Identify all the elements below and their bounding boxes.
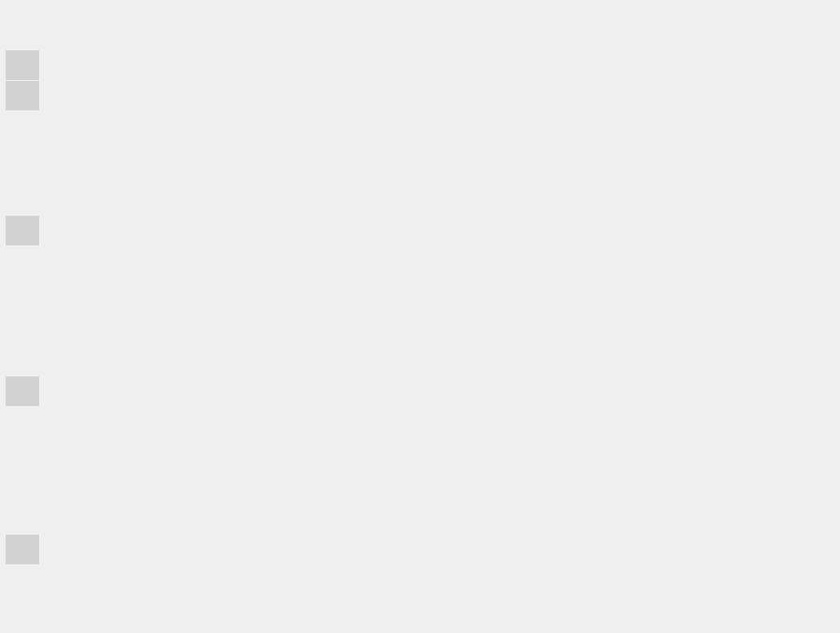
label-k2 <box>6 376 39 406</box>
label-roh-sig-line1 <box>6 50 39 80</box>
label-k1 <box>6 216 39 245</box>
label-k3 <box>6 535 39 564</box>
matlab-figure: { "figure": { "background": "#f0efee", "… <box>0 0 840 633</box>
label-roh-sig-line2 <box>6 81 39 110</box>
